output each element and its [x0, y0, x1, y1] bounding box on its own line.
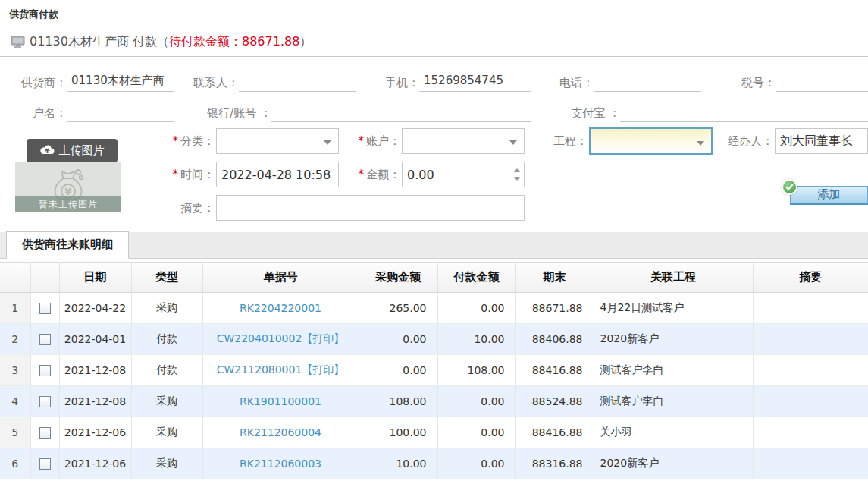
chevron-down-icon	[324, 140, 331, 145]
cell-project: 2020新客户	[594, 324, 753, 355]
table-row: 4 2021-12-08 采购 RK1901100001 108.00 0.00…	[0, 386, 868, 417]
project-label: 工程：	[527, 128, 588, 154]
row-checkbox[interactable]	[39, 427, 51, 439]
required-marker: *	[359, 168, 365, 181]
pending-amount: 待付款金额：88671.88	[169, 34, 299, 50]
cell-type: 采购	[131, 293, 202, 324]
cell-payment: 0.00	[437, 448, 515, 479]
doc-link[interactable]: RK1901100001	[240, 395, 321, 407]
contact-label: 联系人：	[174, 76, 239, 92]
handler-label-text: 经办人：	[728, 134, 773, 148]
cell-rownum: 1	[0, 293, 30, 324]
header-rownum	[0, 263, 30, 293]
supplier-info-section: 供货商： 01130木材生产商 联系人： 手机： 15269854745 电话：…	[0, 57, 868, 124]
row-checkbox[interactable]	[39, 303, 51, 314]
cell-doc-no: RK2204220001	[202, 293, 359, 324]
taxno-value[interactable]	[776, 74, 868, 92]
memo-input[interactable]	[216, 195, 525, 221]
cell-balance: 88524.88	[515, 386, 594, 417]
phone-value[interactable]	[594, 74, 701, 92]
cloud-upload-icon	[40, 144, 55, 158]
handler-label: 经办人：	[719, 128, 773, 154]
account-name-value[interactable]	[67, 104, 174, 122]
amount-label: *金额：	[341, 162, 400, 187]
category-label-text: 分类：	[180, 134, 215, 148]
cell-rownum: 3	[0, 355, 30, 386]
row-checkbox[interactable]	[39, 458, 51, 470]
detail-tab-strip: 供货商往来账明细	[0, 232, 868, 259]
cell-project: 4月22日测试客户	[594, 293, 753, 324]
cell-date: 2021-12-06	[59, 417, 131, 448]
cell-balance: 88316.88	[515, 448, 594, 479]
supplier-label: 供货商：	[0, 76, 67, 92]
doc-link[interactable]: CW2204010002【打印】	[217, 332, 345, 344]
field-mobile: 手机： 15269854745	[356, 74, 531, 92]
amount-label-text: 金额：	[366, 168, 400, 181]
chevron-down-icon	[697, 141, 704, 146]
header-checkbox	[30, 263, 59, 293]
doc-no-text: CW2112080001	[217, 363, 302, 376]
bank-account-label: 银行/账号 ：	[174, 106, 271, 122]
row-checkbox[interactable]	[39, 365, 51, 376]
cell-project: 测试客户李白	[594, 355, 753, 386]
cell-date: 2021-12-06	[59, 448, 131, 479]
field-bank-account: 银行/账号 ：	[174, 104, 531, 122]
cell-type: 采购	[131, 448, 202, 479]
chevron-down-icon	[509, 140, 517, 145]
doc-link[interactable]: RK2112060003	[240, 457, 321, 470]
cell-payment: 0.00	[437, 386, 515, 417]
spinner-down-icon[interactable]	[514, 177, 520, 181]
spinner-up-icon[interactable]	[514, 168, 520, 172]
cell-checkbox	[30, 386, 59, 417]
field-taxno: 税号：	[701, 74, 868, 92]
contact-value[interactable]	[239, 74, 356, 92]
page-title: 供货商付款	[9, 8, 58, 20]
doc-link[interactable]: RK2112060004	[240, 426, 321, 439]
account-select[interactable]	[402, 128, 525, 154]
doc-link[interactable]: CW2112080001【打印】	[217, 363, 345, 376]
table-row: 2 2022-04-01 付款 CW2204010002【打印】 0.00 10…	[0, 324, 868, 355]
add-button[interactable]: 添加	[790, 186, 868, 205]
row-checkbox[interactable]	[39, 334, 51, 345]
bank-account-value[interactable]	[271, 104, 531, 122]
check-icon	[782, 179, 797, 195]
time-input[interactable]	[216, 162, 339, 187]
cell-memo	[753, 324, 868, 355]
amount-stepper[interactable]	[511, 162, 523, 187]
print-link[interactable]: 【打印】	[302, 332, 344, 344]
cell-purchase: 108.00	[359, 386, 437, 417]
time-label-text: 时间：	[180, 168, 215, 181]
project-select[interactable]	[589, 127, 713, 155]
cell-purchase: 10.00	[359, 448, 437, 479]
cell-type: 付款	[131, 324, 202, 355]
tab-supplier-ledger[interactable]: 供货商往来账明细	[6, 231, 129, 259]
cell-checkbox	[30, 324, 59, 355]
cell-type: 付款	[131, 355, 202, 386]
header-type: 类型	[131, 263, 202, 293]
cell-checkbox	[30, 293, 59, 324]
cell-doc-no: CW2112080001【打印】	[202, 355, 359, 386]
time-label: *时间：	[133, 162, 215, 187]
cell-date: 2021-12-08	[59, 386, 131, 417]
supplier-value[interactable]: 01130木材生产商	[67, 74, 174, 92]
mobile-value[interactable]: 15269854745	[419, 74, 531, 92]
required-marker: *	[359, 134, 365, 148]
cell-purchase: 0.00	[359, 324, 437, 355]
category-select[interactable]	[216, 128, 339, 154]
cell-type: 采购	[131, 417, 202, 448]
cell-purchase: 265.00	[359, 293, 437, 324]
upload-image-button[interactable]: 上传图片	[27, 139, 118, 162]
amount-input[interactable]	[402, 162, 525, 187]
field-account-name: 户名：	[0, 104, 174, 122]
category-label: *分类：	[133, 128, 215, 154]
table-row: 5 2021-12-06 采购 RK2112060004 100.00 0.00…	[0, 417, 868, 448]
image-placeholder: ¥ 暂未上传图片	[15, 162, 121, 212]
print-link[interactable]: 【打印】	[302, 363, 344, 376]
ledger-table: 日期 类型 单据号 采购金额 付款金额 期末 关联工程 摘要 1 2022-04…	[0, 262, 868, 479]
row-checkbox[interactable]	[39, 396, 51, 407]
alipay-value[interactable]	[620, 104, 868, 122]
doc-link[interactable]: RK2204220001	[240, 302, 321, 314]
field-supplier: 供货商： 01130木材生产商	[0, 74, 174, 92]
phone-label: 电话：	[531, 76, 594, 92]
handler-input[interactable]	[775, 128, 868, 154]
